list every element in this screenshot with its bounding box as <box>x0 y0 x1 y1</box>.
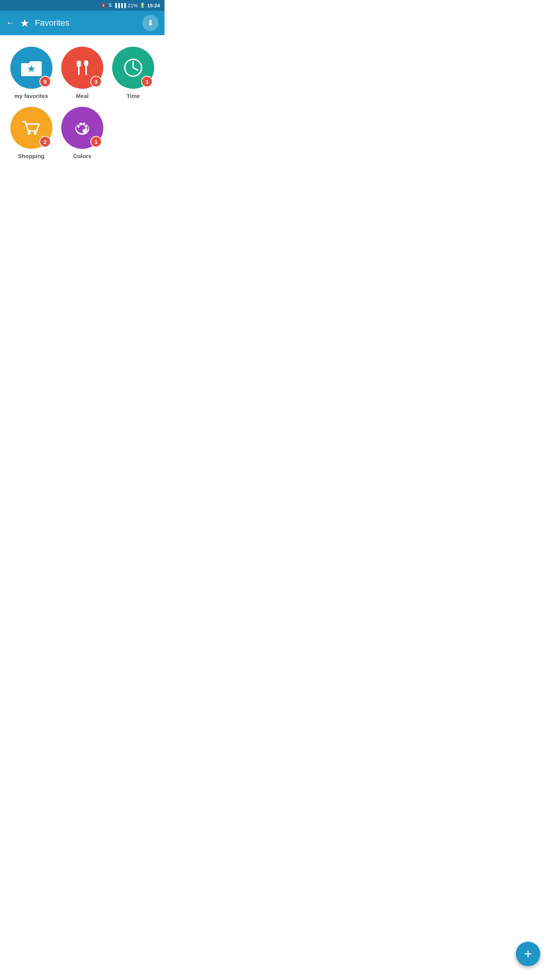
battery-icon: 🔋 <box>140 3 145 8</box>
svg-point-13 <box>28 132 31 135</box>
grid-item-time[interactable]: 1 Time <box>110 47 157 99</box>
label-meal: Meal <box>76 93 88 99</box>
svg-point-14 <box>34 132 37 135</box>
badge-my-favorites: 9 <box>39 76 51 87</box>
usb-icon: ⇅ <box>108 3 112 8</box>
badge-shopping: 2 <box>39 136 51 147</box>
grid-item-shopping[interactable]: 2 Shopping <box>8 107 55 159</box>
svg-point-18 <box>79 123 82 126</box>
badge-colors: 1 <box>90 136 102 147</box>
clock-icon <box>122 57 144 78</box>
app-bar: ← ★ Favorites ⬇ <box>0 11 165 35</box>
star-icon: ★ <box>20 17 29 29</box>
svg-point-19 <box>82 123 85 126</box>
status-bar: 🔇 ⇅ ▐▐▐▐ 21% 🔋 15:24 <box>0 0 165 11</box>
favorites-grid: 9 my favorites <box>0 35 165 171</box>
label-colors: Colors <box>73 153 91 159</box>
circle-wrap-time: 1 <box>112 47 154 89</box>
cart-icon <box>21 117 42 139</box>
circle-wrap-shopping: 2 <box>10 107 52 149</box>
grid-item-my-favorites[interactable]: 9 my favorites <box>8 47 55 99</box>
signal-icon: ▐▐▐▐ <box>114 3 126 8</box>
svg-point-22 <box>83 129 86 133</box>
status-icons: 🔇 ⇅ ▐▐▐▐ 21% 🔋 15:24 <box>101 3 160 8</box>
label-time: Time <box>127 93 140 99</box>
grid-item-colors[interactable]: 1 Colors <box>59 107 106 159</box>
circle-wrap-my-favorites: 9 <box>10 47 52 89</box>
folder-star-icon <box>20 59 42 77</box>
palette-icon <box>72 117 93 139</box>
grid-item-meal[interactable]: 3 Meal <box>59 47 106 99</box>
download-icon: ⬇ <box>147 18 154 28</box>
circle-wrap-meal: 3 <box>61 47 103 89</box>
app-bar-left: ← ★ Favorites <box>6 17 69 29</box>
svg-point-17 <box>77 125 80 128</box>
svg-point-7 <box>84 60 88 66</box>
battery-text: 21% <box>128 3 138 8</box>
label-shopping: Shopping <box>18 153 44 159</box>
mute-icon: 🔇 <box>101 3 106 8</box>
label-my-favorites: my favorites <box>14 93 48 99</box>
circle-wrap-colors: 1 <box>61 107 103 149</box>
back-button[interactable]: ← <box>6 18 15 28</box>
download-button[interactable]: ⬇ <box>142 15 158 31</box>
badge-time: 1 <box>141 76 153 87</box>
page-title: Favorites <box>35 18 69 28</box>
svg-line-12 <box>133 68 138 70</box>
utensils-icon <box>73 58 92 77</box>
svg-point-16 <box>76 122 88 133</box>
svg-point-20 <box>85 125 87 128</box>
badge-meal: 3 <box>90 76 102 87</box>
status-time: 15:24 <box>147 3 160 8</box>
